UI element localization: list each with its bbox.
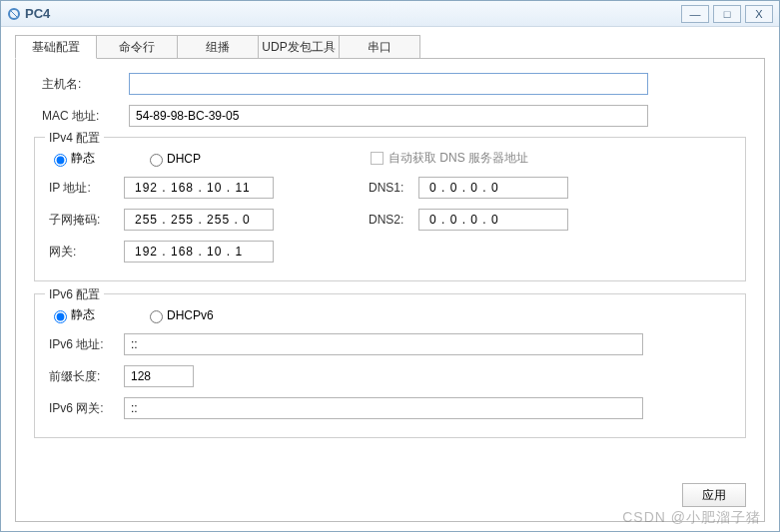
- dns1-input[interactable]: 0 . 0 . 0 . 0: [418, 177, 568, 199]
- tab-strip: 基础配置 命令行 组播 UDP发包工具 串口: [15, 35, 765, 59]
- ipv4-group: IPv4 配置 静态 DHCP 自动获取 DNS 服务器地址 IP 地址:192…: [34, 137, 746, 281]
- window: PC4 — □ X 基础配置 命令行 组播 UDP发包工具 串口 主机名: MA…: [0, 0, 780, 532]
- auto-dns-label: 自动获取 DNS 服务器地址: [389, 150, 528, 167]
- auto-dns-checkbox[interactable]: 自动获取 DNS 服务器地址: [371, 150, 528, 167]
- checkbox-icon: [371, 152, 384, 165]
- mask-label: 子网掩码:: [49, 212, 124, 229]
- titlebar: PC4 — □ X: [1, 1, 779, 27]
- ipv4-dhcp-label: DHCP: [167, 152, 201, 166]
- tab-serial[interactable]: 串口: [339, 35, 420, 59]
- maximize-button[interactable]: □: [713, 5, 741, 23]
- prefix-input[interactable]: [124, 365, 194, 387]
- tab-multicast[interactable]: 组播: [177, 35, 259, 59]
- ipv6-static-label: 静态: [71, 306, 95, 323]
- ipv6-dhcpv6-radio[interactable]: DHCPv6: [145, 307, 214, 323]
- dns2-input[interactable]: 0 . 0 . 0 . 0: [418, 209, 568, 231]
- window-title: PC4: [25, 6, 677, 21]
- ipv4-static-radio[interactable]: 静态: [49, 150, 95, 167]
- mac-input[interactable]: [129, 105, 648, 127]
- hostname-label: 主机名:: [34, 76, 129, 93]
- close-button[interactable]: X: [745, 5, 773, 23]
- dns2-label: DNS2:: [369, 213, 418, 227]
- ipv6-gw-input[interactable]: [124, 397, 643, 419]
- ipv6-group: IPv6 配置 静态 DHCPv6 IPv6 地址: 前缀长度: IPv6 网关…: [34, 293, 746, 438]
- mask-input[interactable]: 255 . 255 . 255 . 0: [124, 209, 274, 231]
- tab-page-basic: 主机名: MAC 地址: IPv4 配置 静态 DHCP 自动获取 DNS 服务…: [15, 58, 765, 522]
- ipv4-legend: IPv4 配置: [45, 130, 104, 147]
- gateway-label: 网关:: [49, 244, 124, 261]
- mac-label: MAC 地址:: [34, 108, 129, 125]
- ipv6-gw-label: IPv6 网关:: [49, 400, 124, 417]
- gateway-input[interactable]: 192 . 168 . 10 . 1: [124, 241, 274, 263]
- tab-basic-config[interactable]: 基础配置: [15, 35, 97, 59]
- tab-cli[interactable]: 命令行: [96, 35, 178, 59]
- app-icon: [7, 7, 21, 21]
- apply-button[interactable]: 应用: [682, 483, 746, 507]
- ip-label: IP 地址:: [49, 180, 124, 197]
- minimize-button[interactable]: —: [681, 5, 709, 23]
- client-area: 基础配置 命令行 组播 UDP发包工具 串口 主机名: MAC 地址: IPv4…: [1, 27, 779, 531]
- ipv4-dhcp-radio[interactable]: DHCP: [145, 151, 201, 167]
- ipv4-static-label: 静态: [71, 150, 95, 167]
- ipv6-addr-label: IPv6 地址:: [49, 336, 124, 353]
- hostname-input[interactable]: [129, 73, 648, 95]
- ipv6-addr-input[interactable]: [124, 333, 643, 355]
- prefix-label: 前缀长度:: [49, 368, 124, 385]
- dns1-label: DNS1:: [369, 181, 418, 195]
- ipv6-static-radio[interactable]: 静态: [49, 306, 95, 323]
- ip-input[interactable]: 192 . 168 . 10 . 11: [124, 177, 274, 199]
- ipv6-dhcpv6-label: DHCPv6: [167, 308, 214, 322]
- ipv6-legend: IPv6 配置: [45, 286, 104, 303]
- tab-udp-sender[interactable]: UDP发包工具: [258, 35, 340, 59]
